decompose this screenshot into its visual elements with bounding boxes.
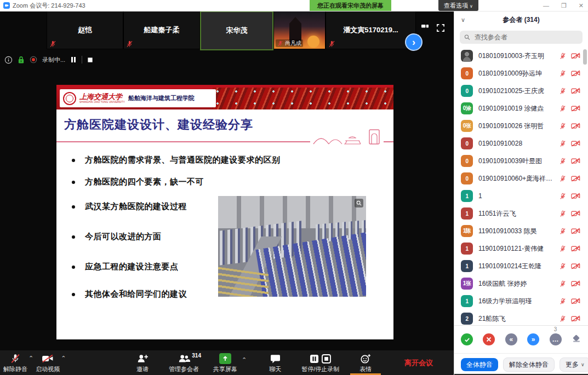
pause-recording-icon[interactable] — [70, 56, 77, 63]
gallery-view-icon[interactable] — [421, 24, 429, 31]
participant-row[interactable]: 2 21船陈飞 — [454, 310, 588, 325]
video-tile[interactable]: 船建秦子柔 — [123, 11, 200, 49]
participant-row[interactable]: 0 019010910039叶昱图 — [454, 152, 588, 170]
video-tile[interactable]: 尚凡成 — [273, 11, 326, 49]
mute-all-button[interactable]: 全体静音 — [461, 358, 498, 371]
share-options-chevron[interactable]: ⌃ — [242, 356, 247, 364]
tile-name-overlay: 尚凡成 — [276, 39, 303, 47]
participant-row[interactable]: 0 019010910060+庞海祥+船建学... — [454, 170, 588, 187]
participant-row[interactable]: 1陈 119010910033 陈昊 — [454, 222, 588, 240]
start-video-button[interactable]: 启动视频 — [36, 350, 60, 373]
mic-muted-icon — [560, 263, 566, 270]
participant-search-box[interactable] — [460, 31, 583, 44]
mic-muted-icon — [560, 245, 566, 252]
mic-muted-icon — [126, 40, 133, 47]
meeting-id-label: Zoom 会议号: 214-929-743 — [13, 2, 85, 10]
mic-muted-icon — [560, 298, 566, 305]
participants-count-badge: 314 — [192, 353, 201, 359]
unmute-button[interactable]: 解除静音 — [3, 350, 27, 373]
sjtu-seal-icon — [63, 92, 76, 105]
view-options-button[interactable]: 查看选项 ∨ — [438, 0, 478, 11]
camera-off-icon — [571, 263, 580, 269]
go-faster-button[interactable]: » — [527, 333, 539, 345]
participant-row[interactable]: 1 11051许云飞 — [454, 205, 588, 222]
avatar: 2 — [461, 313, 473, 325]
info-icon[interactable] — [4, 56, 13, 64]
participant-row[interactable]: 1 119010910214王乾隆 — [454, 257, 588, 275]
participant-row[interactable]: 0 019010910028 — [454, 135, 588, 152]
share-screen-icon — [219, 353, 231, 364]
unmute-all-button[interactable]: 解除全体静音 — [503, 357, 555, 372]
invite-button[interactable]: 邀请 — [130, 350, 155, 375]
no-x-button[interactable] — [483, 333, 495, 345]
mic-muted-icon — [560, 315, 566, 322]
participants-list[interactable]: 018010910003-齐玉明 0 018010910009孙远坤 0 019… — [454, 47, 588, 325]
next-participants-button[interactable]: › — [405, 33, 423, 51]
yes-check-button[interactable] — [461, 333, 473, 345]
camera-off-icon — [571, 140, 580, 147]
record-dot-icon — [30, 56, 37, 64]
more-button[interactable]: 更多 ∨ — [560, 357, 588, 372]
participant-name: 019010910060+庞海祥+船建学... — [478, 174, 554, 183]
mic-muted-icon — [560, 228, 566, 235]
participant-row[interactable]: 0 018010910009孙远坤 — [454, 65, 588, 82]
search-input[interactable] — [473, 33, 578, 42]
camera-off-icon — [571, 158, 580, 164]
audio-options-chevron[interactable]: ⌃ — [28, 355, 33, 362]
share-screen-button[interactable]: 共享屏幕 ⌃ — [213, 350, 249, 375]
video-tile[interactable]: 潘文寅5170219... — [326, 11, 416, 49]
video-options-chevron[interactable]: ⌃ — [61, 355, 66, 362]
bullet-item: 方舱医院的需求背景、与普通医院的建设要求的区别 — [85, 155, 281, 165]
camera-off-icon — [571, 88, 580, 94]
fullscreen-icon[interactable] — [437, 24, 444, 32]
recording-status-label: 录制中... — [42, 56, 65, 64]
bullet-dot — [72, 205, 75, 209]
reactions-smiley-icon — [360, 353, 371, 364]
bullet-dot — [72, 235, 75, 239]
bullet-dot — [72, 266, 75, 269]
fangcang-hospital-photo — [218, 196, 366, 297]
participant-row[interactable]: 0张 019010910026 张明哲 — [454, 117, 588, 135]
divider — [82, 56, 82, 64]
clear-all-eraser-button[interactable] — [572, 334, 581, 345]
participant-row[interactable]: 0涂 019010910019 涂健垚 — [454, 100, 588, 117]
participant-tile-name: 潘文寅5170219... — [343, 25, 398, 35]
participant-row[interactable]: 1张 16级国航 张婷婷 — [454, 275, 588, 292]
restore-button[interactable]: ❐ — [561, 2, 567, 9]
close-button[interactable]: ✕ — [579, 2, 584, 9]
stop-recording-icon[interactable] — [87, 57, 93, 63]
bullet-item: 方舱医院的四个要素，缺一不可 — [85, 177, 204, 187]
avatar: 0 — [461, 137, 473, 149]
mic-muted-icon — [560, 193, 566, 200]
reactions-button[interactable]: 表情 — [353, 350, 378, 375]
participant-row[interactable]: 1 119010910121-黄伟健 — [454, 240, 588, 257]
go-slower-button[interactable]: « — [505, 333, 517, 345]
participant-tile-name: 船建秦子柔 — [144, 25, 180, 35]
participant-name: 119010910121-黄伟健 — [478, 244, 554, 253]
participant-row[interactable]: 1 1 — [454, 187, 588, 205]
participant-row[interactable]: 1 16级力学班温明瑾 — [454, 292, 588, 310]
more-reactions-button[interactable]: 3 … — [550, 333, 562, 345]
participant-name: 019010210025-王庆虎 — [478, 86, 554, 96]
magnifier-icon[interactable] — [355, 199, 363, 207]
leave-meeting-button[interactable]: 离开会议 — [404, 358, 433, 368]
participant-row[interactable]: 018010910003-齐玉明 — [454, 47, 588, 65]
video-tile[interactable]: 赵恺 — [47, 11, 123, 49]
avatar: 0 — [461, 155, 473, 167]
camera-off-icon — [571, 193, 580, 199]
school-name: 船舶海洋与建筑工程学院 — [128, 94, 195, 102]
chevron-down-icon: ∨ — [470, 4, 473, 9]
participant-row[interactable]: 0 019010210025-王庆虎 — [454, 82, 588, 100]
chevron-down-icon: ∨ — [581, 362, 585, 367]
manage-participants-button[interactable]: 314 管理参会者 — [169, 350, 199, 375]
list-scrollbar-thumb[interactable] — [583, 49, 587, 65]
sjtu-landmark-sketch — [310, 126, 384, 145]
avatar — [461, 50, 473, 62]
minimize-button[interactable]: — — [543, 2, 549, 9]
chat-button[interactable]: 聊天 — [263, 350, 287, 375]
pause-stop-recording-button[interactable]: 暂停/停止录制 — [301, 350, 339, 375]
participant-tile-name: 尚凡成 — [285, 39, 301, 47]
video-tile-active-speaker[interactable]: 宋华茂 — [200, 11, 273, 50]
bullet-dot — [72, 181, 75, 184]
camera-off-icon — [571, 315, 580, 322]
